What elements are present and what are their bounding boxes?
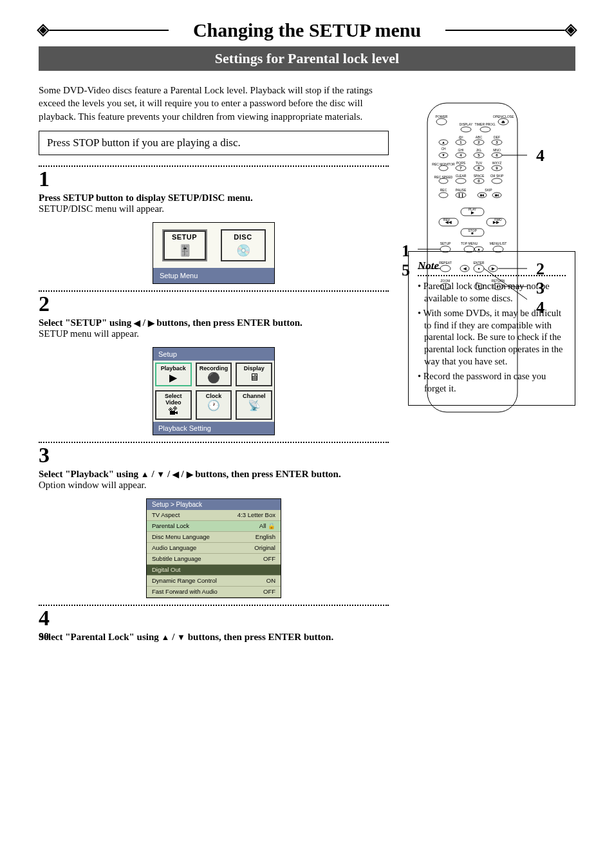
svg-text:MNO: MNO bbox=[493, 148, 501, 152]
osd3-value: All 🔒 bbox=[259, 522, 275, 529]
osd2-cell: Select Video bbox=[156, 393, 191, 406]
step-number-2: 2 bbox=[39, 293, 389, 315]
osd3-label: Digital Out bbox=[152, 566, 180, 573]
osd3-header: Setup > Playback bbox=[147, 499, 281, 510]
osd2-cell: Playback bbox=[156, 365, 191, 372]
svg-text:▼: ▼ bbox=[477, 285, 481, 288]
callout-1: 1 bbox=[402, 241, 410, 261]
svg-text:OPEN/CLOSE: OPEN/CLOSE bbox=[493, 115, 514, 118]
svg-text:⏮: ⏮ bbox=[480, 193, 484, 197]
step-4-heading: Select "Parental Lock" using ▲ / ▼ butto… bbox=[39, 632, 389, 643]
step-3-heading: Select "Playback" using ▲ / ▼ / ◀ / ▶ bu… bbox=[39, 469, 389, 480]
callout-4a: 4 bbox=[536, 146, 544, 165]
callout-2: 2 bbox=[536, 259, 544, 279]
step-1-sub: SETUP/DISC menu will appear. bbox=[39, 203, 389, 214]
osd3-value: Original bbox=[254, 544, 275, 551]
svg-text:SPACE: SPACE bbox=[474, 174, 485, 178]
svg-text:DISPLAY: DISPLAY bbox=[460, 122, 473, 126]
osd-footer: Setup Menu bbox=[153, 268, 274, 283]
remote-diagram: POWER OPEN/CLOSE DISPLAY TIMER PROG. .@/… bbox=[414, 100, 530, 415]
osd-tile-disc: DISC bbox=[222, 233, 265, 241]
svg-text:2: 2 bbox=[478, 140, 480, 144]
svg-text:GHI: GHI bbox=[458, 148, 464, 152]
osd-playback-options: Setup > Playback TV Aspect4:3 Letter Box… bbox=[146, 498, 281, 598]
svg-text:DEF: DEF bbox=[494, 135, 500, 139]
osd3-value: ON bbox=[266, 577, 275, 584]
svg-text:REPEAT: REPEAT bbox=[439, 261, 452, 265]
intro-text: Some DVD-Video discs feature a Parental … bbox=[39, 84, 389, 123]
svg-text:5: 5 bbox=[478, 153, 480, 157]
svg-text:8: 8 bbox=[478, 166, 480, 170]
osd3-value: OFF bbox=[263, 555, 275, 562]
svg-point-46 bbox=[439, 165, 448, 171]
osd-setup-grid: Setup Playback▶ Recording⚫ Display🖥 Sele… bbox=[153, 347, 275, 435]
svg-text:■: ■ bbox=[471, 231, 474, 235]
svg-text:⏏: ⏏ bbox=[501, 120, 505, 124]
divider bbox=[39, 290, 389, 292]
svg-text:SKIP: SKIP bbox=[485, 188, 492, 192]
svg-point-36 bbox=[461, 127, 471, 132]
svg-point-63 bbox=[464, 246, 474, 252]
svg-text:◀: ◀ bbox=[463, 267, 467, 270]
osd2-cell: Channel bbox=[237, 393, 271, 399]
svg-text:SETUP: SETUP bbox=[440, 241, 451, 245]
callout-5: 5 bbox=[402, 261, 410, 280]
svg-point-62 bbox=[440, 246, 451, 252]
step-number-3: 3 bbox=[39, 444, 389, 466]
svg-text:POWER: POWER bbox=[436, 115, 448, 118]
svg-text:⏭: ⏭ bbox=[495, 193, 499, 197]
svg-text:▲: ▲ bbox=[442, 140, 445, 144]
osd3-value: OFF bbox=[263, 588, 275, 595]
svg-text:●: ● bbox=[478, 267, 480, 270]
divider bbox=[39, 442, 389, 443]
svg-text:CH: CH bbox=[441, 147, 446, 151]
osd2-cell: Clock bbox=[197, 393, 231, 399]
instruction-box: Press STOP button if you are playing a d… bbox=[39, 131, 389, 155]
svg-text:ABC: ABC bbox=[476, 135, 483, 139]
svg-text:1: 1 bbox=[460, 140, 462, 144]
svg-point-53 bbox=[492, 178, 502, 184]
svg-text:0: 0 bbox=[478, 179, 480, 183]
step-2-heading: Select "SETUP" using ◀ / ▶ buttons, then… bbox=[39, 317, 389, 328]
divider bbox=[39, 605, 389, 606]
step-number-1: 1 bbox=[39, 168, 389, 190]
svg-text:6: 6 bbox=[496, 153, 498, 157]
svg-text:▶▶: ▶▶ bbox=[492, 220, 499, 224]
osd2-header: Setup bbox=[153, 348, 274, 361]
page-number: 90 bbox=[39, 631, 49, 643]
svg-text:3: 3 bbox=[496, 140, 498, 144]
step-1-heading: Press SETUP button to display SETUP/DISC… bbox=[39, 193, 389, 203]
svg-text:CLEAR: CLEAR bbox=[456, 174, 467, 178]
svg-text:PAUSE: PAUSE bbox=[456, 188, 467, 192]
osd2-cell: Recording bbox=[197, 365, 231, 372]
svg-text:PQRS: PQRS bbox=[456, 161, 466, 165]
osd-setup-disc: SETUP🎚️ DISC💿 Setup Menu bbox=[153, 222, 275, 284]
title-rule: Changing the SETUP menu bbox=[39, 19, 575, 41]
svg-point-54 bbox=[439, 193, 448, 198]
osd3-label: Fast Forward with Audio bbox=[152, 588, 218, 595]
svg-point-37 bbox=[480, 127, 490, 132]
osd3-value: English bbox=[256, 533, 275, 540]
svg-text:CM SKIP: CM SKIP bbox=[490, 174, 504, 178]
osd2-footer: Playback Setting bbox=[153, 422, 274, 435]
svg-text:TOP MENU: TOP MENU bbox=[461, 241, 478, 245]
osd2-cell: Display bbox=[237, 365, 271, 372]
svg-text:▶: ▶ bbox=[491, 267, 495, 270]
svg-point-66 bbox=[440, 265, 451, 272]
osd3-label: Dynamic Range Control bbox=[152, 577, 217, 584]
svg-text:7: 7 bbox=[460, 166, 462, 170]
svg-text:ENTER: ENTER bbox=[474, 261, 485, 265]
svg-text:MENU/LIST: MENU/LIST bbox=[490, 241, 507, 245]
osd3-label: Subtitle Language bbox=[152, 555, 201, 562]
svg-text:TIMER PROG.: TIMER PROG. bbox=[474, 122, 496, 126]
svg-text:❙❙: ❙❙ bbox=[458, 193, 464, 198]
svg-text:◀◀: ◀◀ bbox=[445, 220, 452, 224]
osd3-value: 4:3 Letter Box bbox=[237, 511, 275, 518]
svg-text:▲: ▲ bbox=[477, 247, 481, 251]
svg-text:REC: REC bbox=[440, 188, 447, 192]
svg-point-34 bbox=[436, 118, 447, 125]
osd3-label: Audio Language bbox=[152, 544, 196, 551]
svg-point-65 bbox=[493, 246, 503, 252]
step-3-sub: Option window will appear. bbox=[39, 480, 389, 491]
osd3-label: Parental Lock bbox=[152, 522, 189, 529]
